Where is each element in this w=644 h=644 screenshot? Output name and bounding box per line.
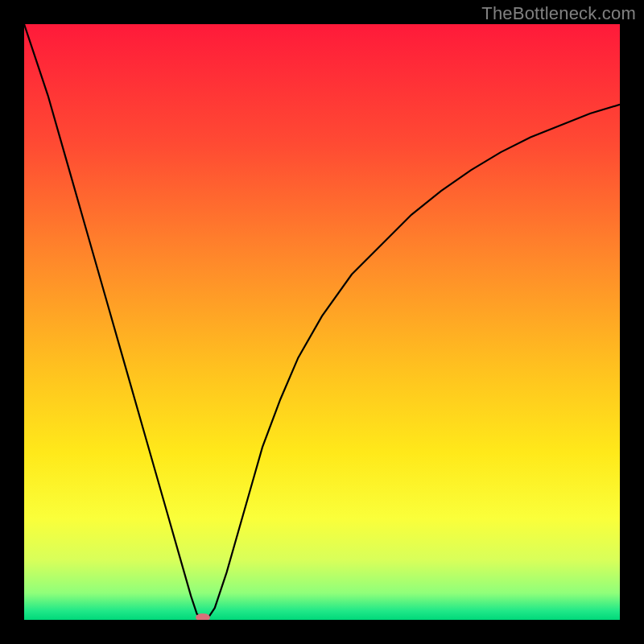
- frame-border-right: [620, 0, 644, 644]
- frame-border-left: [0, 0, 24, 644]
- frame-border-bottom: [0, 620, 644, 644]
- chart-plot-area: [24, 24, 620, 620]
- watermark-text: TheBottleneck.com: [481, 3, 636, 24]
- chart-svg: [24, 24, 620, 620]
